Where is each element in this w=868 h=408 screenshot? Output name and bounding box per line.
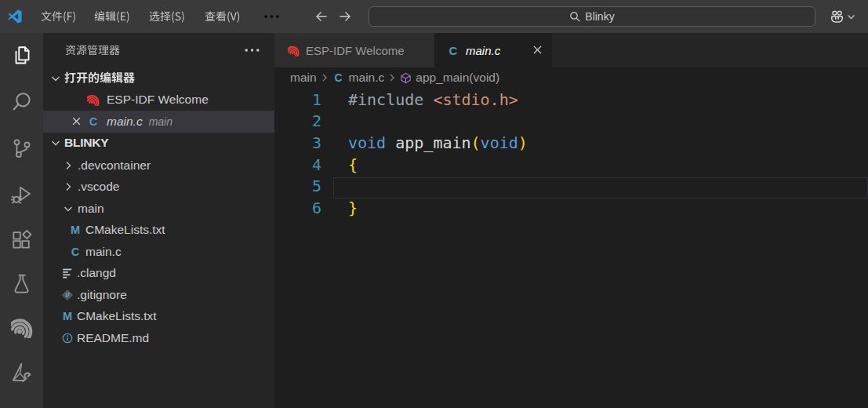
open-editor-label: main.c bbox=[107, 115, 143, 129]
breadcrumbs: main C main.c app_main(void) bbox=[274, 67, 868, 88]
source-control-icon bbox=[10, 137, 33, 159]
tree-item-file-cmakelists-main[interactable]: MCMakeLists.txt bbox=[43, 220, 274, 242]
line-number: 6 bbox=[274, 198, 321, 220]
close-editor-icon[interactable] bbox=[70, 115, 83, 128]
tab-main-c[interactable]: C main.c bbox=[434, 33, 552, 67]
section-blinky[interactable]: BLINKY bbox=[43, 133, 274, 155]
menu-edit[interactable] bbox=[94, 10, 130, 24]
activity-item-explorer[interactable] bbox=[0, 36, 43, 74]
title-bar: Blinky bbox=[0, 0, 868, 33]
line-number: 5 bbox=[274, 176, 321, 198]
git-file-icon bbox=[61, 289, 74, 301]
chevron-down-icon bbox=[49, 72, 62, 85]
cmake-file-icon: M bbox=[63, 310, 72, 322]
code-line: 6} bbox=[274, 198, 868, 220]
code-line: 1#include <stdio.h> bbox=[274, 89, 868, 111]
tree-item-file-main-c[interactable]: Cmain.c bbox=[43, 241, 274, 263]
breadcrumb-folder[interactable]: main bbox=[290, 71, 317, 85]
tab-bar: ESP-IDF Welcome C main.c bbox=[274, 33, 868, 67]
code-token: #include bbox=[348, 90, 423, 109]
tree-item-label: .devcontainer bbox=[78, 158, 151, 173]
espressif-icon bbox=[11, 316, 33, 338]
line-number: 3 bbox=[274, 133, 321, 155]
go-back-icon[interactable] bbox=[314, 9, 328, 24]
tree-item-label: main.c bbox=[85, 245, 122, 259]
sidebar-title bbox=[65, 44, 121, 57]
activity-item-run-debug[interactable] bbox=[0, 175, 43, 213]
code-token: <stdio.h> bbox=[433, 90, 518, 109]
code-token: void bbox=[348, 133, 386, 152]
tree-item-folder-main[interactable]: main bbox=[43, 198, 274, 220]
chevron-right-icon bbox=[62, 180, 74, 193]
text-file-icon bbox=[61, 267, 74, 279]
section-open-editors[interactable] bbox=[43, 67, 274, 89]
c-file-icon: C bbox=[332, 71, 345, 84]
tree-item-file-cmakelists-root[interactable]: MCMakeLists.txt bbox=[43, 306, 274, 328]
open-editor-label: ESP-IDF Welcome bbox=[107, 93, 209, 107]
activity-bar bbox=[0, 33, 43, 408]
breadcrumb-separator-icon bbox=[320, 73, 329, 82]
tree-item-file-clangd[interactable]: .clangd bbox=[43, 263, 274, 285]
code-token: ( bbox=[471, 133, 481, 152]
code-editor[interactable]: 1#include <stdio.h> 2 3void app_main(voi… bbox=[274, 88, 868, 408]
search-icon bbox=[569, 11, 580, 22]
tree-item-folder-devcontainer[interactable]: .devcontainer bbox=[43, 155, 274, 177]
editor-group: ESP-IDF Welcome C main.c main C main.c a… bbox=[274, 33, 868, 408]
espressif-icon bbox=[87, 93, 100, 106]
code-line: 3void app_main(void) bbox=[274, 133, 868, 155]
chevron-down-icon bbox=[49, 137, 62, 149]
line-number: 2 bbox=[274, 111, 321, 133]
views-and-more-actions-icon[interactable] bbox=[244, 44, 260, 56]
command-center-label: Blinky bbox=[585, 10, 614, 23]
tab-esp-idf-welcome[interactable]: ESP-IDF Welcome bbox=[274, 33, 434, 67]
menu-selection[interactable] bbox=[149, 10, 185, 24]
open-editor-description: main bbox=[149, 115, 173, 128]
code-token: } bbox=[348, 199, 358, 217]
extensions-icon bbox=[10, 228, 33, 251]
c-file-icon: C bbox=[449, 44, 458, 57]
tree-item-folder-vscode[interactable]: .vscode bbox=[43, 177, 274, 199]
files-icon bbox=[10, 44, 33, 67]
activity-item-source-control[interactable] bbox=[0, 129, 43, 166]
breadcrumb-symbol[interactable]: app_main(void) bbox=[416, 71, 499, 85]
symbol-method-icon bbox=[400, 72, 412, 84]
activity-item-extensions[interactable] bbox=[0, 220, 43, 258]
activity-item-cmake-tools[interactable] bbox=[0, 353, 43, 391]
code-token: { bbox=[348, 155, 358, 174]
info-file-icon bbox=[61, 332, 74, 344]
breadcrumb-separator-icon bbox=[387, 73, 397, 82]
go-forward-icon[interactable] bbox=[339, 9, 353, 24]
more-menus-icon[interactable] bbox=[263, 10, 280, 23]
tree-item-file-readme[interactable]: README.md bbox=[43, 327, 274, 349]
beaker-icon bbox=[10, 272, 33, 295]
c-file-icon: C bbox=[89, 115, 97, 128]
code-token: app_main bbox=[395, 133, 470, 152]
tree-item-label: .vscode bbox=[78, 180, 119, 194]
tree-item-file-gitignore[interactable]: .gitignore bbox=[43, 284, 274, 306]
menu-view[interactable] bbox=[205, 10, 241, 24]
run-and-debug-icon bbox=[10, 183, 33, 206]
open-editor-main-c[interactable]: Cmain.cmain bbox=[43, 111, 274, 133]
tree-item-label: CMakeLists.txt bbox=[85, 223, 165, 237]
close-tab-icon[interactable] bbox=[532, 45, 543, 55]
line-number: 1 bbox=[274, 89, 321, 111]
copilot-icon bbox=[830, 9, 844, 24]
activity-item-esp-idf[interactable] bbox=[0, 308, 43, 346]
chevron-down-icon bbox=[847, 13, 855, 21]
activity-item-search[interactable] bbox=[0, 82, 43, 120]
breadcrumb-file[interactable]: main.c bbox=[349, 71, 385, 85]
tree-item-label: .clangd bbox=[77, 266, 116, 280]
open-editor-esp-idf-welcome[interactable]: ESP-IDF Welcome bbox=[43, 89, 274, 111]
c-file-icon: C bbox=[71, 246, 79, 258]
activity-item-testing[interactable] bbox=[0, 264, 43, 302]
code-token bbox=[423, 90, 433, 109]
code-line: 5 bbox=[274, 176, 868, 198]
copilot-menu[interactable] bbox=[830, 0, 855, 33]
command-center-search[interactable]: Blinky bbox=[369, 6, 815, 27]
menu-file[interactable] bbox=[41, 10, 77, 24]
code-line: 4{ bbox=[274, 155, 868, 177]
tree-item-label: README.md bbox=[77, 331, 149, 345]
tab-label: main.c bbox=[466, 44, 500, 57]
vscode-logo-icon bbox=[8, 9, 22, 24]
sidebar-explorer: ESP-IDF Welcome Cmain.cmain BLINKY .devc… bbox=[43, 33, 274, 408]
